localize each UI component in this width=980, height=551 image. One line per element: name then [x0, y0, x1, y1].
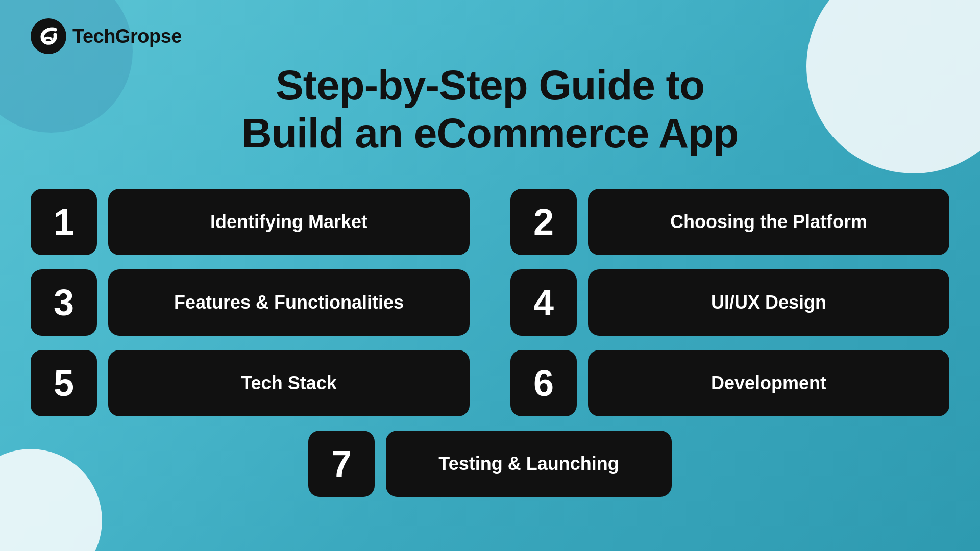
step-label-7: Testing & Launching	[386, 431, 672, 497]
step-label-3: Features & Functionalities	[108, 269, 470, 336]
page-background: TechGropse Step-by-Step Guide to Build a…	[0, 0, 980, 551]
steps-container: 1 Identifying Market 2 Choosing the Plat…	[31, 189, 949, 497]
step-number-1: 1	[31, 189, 97, 255]
steps-bottom: 7 Testing & Launching	[31, 431, 949, 497]
step-item-3: 3 Features & Functionalities	[31, 269, 470, 336]
step-label-5: Tech Stack	[108, 350, 470, 416]
logo-icon	[31, 18, 66, 54]
title-line1: Step-by-Step Guide to	[276, 62, 704, 108]
svg-point-0	[31, 18, 66, 54]
main-title: Step-by-Step Guide to Build an eCommerce…	[0, 61, 980, 158]
logo: TechGropse	[31, 18, 182, 54]
step-item-5: 5 Tech Stack	[31, 350, 470, 416]
step-item-6: 6 Development	[510, 350, 949, 416]
step-item-1: 1 Identifying Market	[31, 189, 470, 255]
step-number-5: 5	[31, 350, 97, 416]
step-label-6: Development	[588, 350, 949, 416]
step-label-1: Identifying Market	[108, 189, 470, 255]
steps-grid: 1 Identifying Market 2 Choosing the Plat…	[31, 189, 949, 416]
step-item-4: 4 UI/UX Design	[510, 269, 949, 336]
step-label-2: Choosing the Platform	[588, 189, 949, 255]
step-number-2: 2	[510, 189, 577, 255]
step-item-2: 2 Choosing the Platform	[510, 189, 949, 255]
step-number-7: 7	[308, 431, 375, 497]
step-number-4: 4	[510, 269, 577, 336]
logo-text: TechGropse	[72, 26, 182, 47]
step-label-4: UI/UX Design	[588, 269, 949, 336]
title-line2: Build an eCommerce App	[242, 110, 739, 156]
step-number-3: 3	[31, 269, 97, 336]
step-number-6: 6	[510, 350, 577, 416]
